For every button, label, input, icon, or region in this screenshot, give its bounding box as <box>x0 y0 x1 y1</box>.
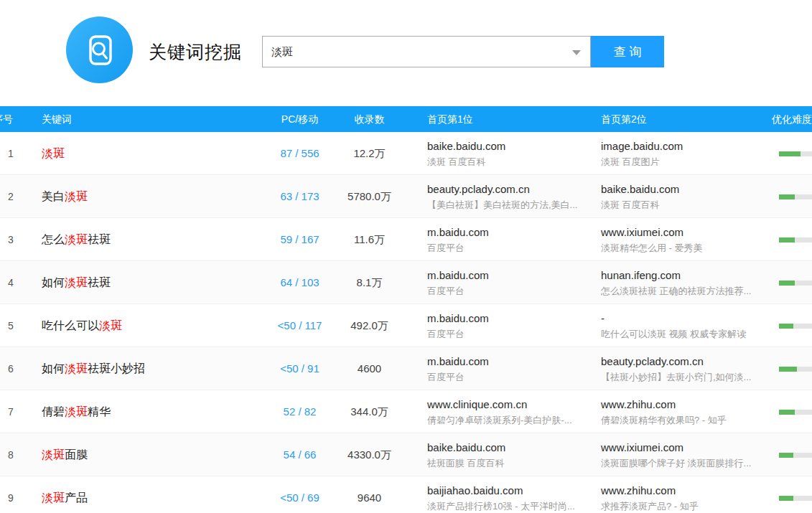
row-second-domain[interactable]: www.ixiumei.com <box>601 225 770 240</box>
row-seq: 7 <box>0 390 22 433</box>
difficulty-bar-fill <box>779 237 795 243</box>
row-pc-mobile[interactable]: <50 / 117 <box>262 304 337 347</box>
row-first-desc: 百度平台 <box>427 326 596 342</box>
row-difficulty <box>779 453 812 458</box>
row-second-domain[interactable]: baike.baidu.com <box>601 182 770 197</box>
row-second-desc: 【祛斑小妙招】去斑小窍门,如何淡... <box>601 370 770 385</box>
keyword-input[interactable] <box>263 37 590 67</box>
row-second-domain[interactable]: - <box>601 311 770 326</box>
row-second-position: www.ixiumei.com 淡斑面膜哪个牌子好 淡斑面膜排行... <box>601 440 770 471</box>
table-row: 8 淡斑面膜 54 / 66 4330.0万 baike.baidu.com 祛… <box>0 433 812 476</box>
row-keyword[interactable]: 如何淡斑祛斑小妙招 <box>42 347 145 390</box>
row-first-position: baike.baidu.com 淡斑 百度百科 <box>427 138 596 169</box>
row-keyword[interactable]: 怎么淡斑祛斑 <box>42 218 111 261</box>
keyword-highlight: 淡斑 <box>65 405 88 418</box>
difficulty-bar-fill <box>779 281 795 286</box>
row-first-domain[interactable]: m.baidu.com <box>427 311 596 326</box>
row-pc-mobile[interactable]: 87 / 556 <box>262 132 337 175</box>
row-difficulty <box>779 496 812 501</box>
row-second-domain[interactable]: www.zhihu.com <box>601 397 770 413</box>
row-difficulty <box>779 237 812 243</box>
row-first-domain[interactable]: www.clinique.com.cn <box>427 397 596 413</box>
keyword-highlight: 淡斑 <box>65 362 88 375</box>
row-keyword[interactable]: 倩碧淡斑精华 <box>42 390 111 433</box>
row-index-count: 5780.0万 <box>332 175 407 218</box>
difficulty-bar-track <box>779 496 812 501</box>
row-second-desc: 淡斑 百度百科 <box>601 197 770 212</box>
row-index-count: 8.1万 <box>332 261 407 304</box>
difficulty-bar-track <box>779 324 812 329</box>
row-second-position: www.zhihu.com 倩碧淡斑精华有效果吗? - 知乎 <box>601 397 770 428</box>
row-second-domain[interactable]: hunan.ifeng.com <box>601 268 770 283</box>
row-keyword[interactable]: 美白淡斑 <box>42 175 88 218</box>
row-second-position: hunan.ifeng.com 怎么淡斑祛斑 正确的祛斑方法推荐... <box>601 268 770 298</box>
row-second-desc: 淡斑 百度图片 <box>601 154 770 169</box>
table-row: 1 淡斑 87 / 556 12.2万 baike.baidu.com 淡斑 百… <box>0 132 812 175</box>
row-pc-mobile[interactable]: <50 / 91 <box>262 347 337 390</box>
keyword-highlight: 淡斑 <box>65 190 88 202</box>
row-first-domain[interactable]: baijiahao.baidu.com <box>427 483 596 499</box>
row-first-domain[interactable]: beauty.pclady.com.cn <box>427 182 596 197</box>
row-index-count: 12.2万 <box>332 132 407 175</box>
row-keyword[interactable]: 如何淡斑祛斑 <box>42 261 111 304</box>
row-second-desc: 倩碧淡斑精华有效果吗? - 知乎 <box>601 413 770 428</box>
difficulty-bar-fill <box>779 151 801 156</box>
row-seq: 5 <box>0 304 22 347</box>
app-logo <box>66 17 133 83</box>
row-pc-mobile[interactable]: <50 / 69 <box>262 476 337 513</box>
row-first-desc: 倩碧匀净卓研淡斑系列-美白护肤-... <box>427 413 596 428</box>
row-first-position: www.clinique.com.cn 倩碧匀净卓研淡斑系列-美白护肤-... <box>427 397 596 428</box>
row-seq: 6 <box>0 347 22 390</box>
col-first-pos: 首页第1位 <box>427 106 473 132</box>
col-difficulty: 优化难度 <box>772 106 812 132</box>
table-row: 4 如何淡斑祛斑 64 / 103 8.1万 m.baidu.com 百度平台 … <box>0 261 812 304</box>
keyword-highlight: 淡斑 <box>65 276 88 288</box>
row-pc-mobile[interactable]: 64 / 103 <box>262 261 337 304</box>
chevron-down-icon[interactable] <box>572 50 581 55</box>
row-keyword[interactable]: 淡斑产品 <box>42 476 88 513</box>
row-seq: 3 <box>0 218 22 261</box>
row-index-count: 4330.0万 <box>332 433 407 476</box>
table-header: 序号 关键词 PC/移动 收录数 首页第1位 首页第2位 优化难度 <box>0 106 812 132</box>
row-first-domain[interactable]: m.baidu.com <box>427 268 596 283</box>
row-first-domain[interactable]: baike.baidu.com <box>427 138 596 154</box>
row-first-position: m.baidu.com 百度平台 <box>427 268 596 298</box>
row-second-domain[interactable]: www.zhihu.com <box>601 483 770 499</box>
row-second-domain[interactable]: image.baidu.com <box>601 138 770 154</box>
table-row: 5 吃什么可以淡斑 <50 / 117 492.0万 m.baidu.com 百… <box>0 304 812 347</box>
top-bar: 关键词挖掘 查 询 <box>0 0 812 106</box>
row-second-position: beauty.pclady.com.cn 【祛斑小妙招】去斑小窍门,如何淡... <box>601 354 770 385</box>
difficulty-bar-track <box>779 194 812 199</box>
keyword-highlight: 淡斑 <box>65 233 88 245</box>
row-first-position: beauty.pclady.com.cn 【美白祛斑】美白祛斑的方法,美白... <box>427 182 596 212</box>
row-keyword[interactable]: 淡斑面膜 <box>42 433 88 476</box>
row-second-position: baike.baidu.com 淡斑 百度百科 <box>601 182 770 212</box>
row-pc-mobile[interactable]: 52 / 82 <box>262 390 337 433</box>
row-second-desc: 淡斑面膜哪个牌子好 淡斑面膜排行... <box>601 456 770 471</box>
page-title: 关键词挖掘 <box>149 40 242 64</box>
row-difficulty <box>779 151 812 156</box>
row-second-domain[interactable]: www.ixiumei.com <box>601 440 770 456</box>
row-first-position: m.baidu.com 百度平台 <box>427 354 596 385</box>
difficulty-bar-fill <box>779 496 793 501</box>
row-first-domain[interactable]: baike.baidu.com <box>427 440 596 456</box>
keyword-combobox[interactable] <box>262 36 591 67</box>
row-first-domain[interactable]: m.baidu.com <box>427 225 596 240</box>
row-pc-mobile[interactable]: 54 / 66 <box>262 433 337 476</box>
row-first-desc: 淡斑产品排行榜10强 - 太平洋时尚... <box>427 499 596 513</box>
row-pc-mobile[interactable]: 59 / 167 <box>262 218 337 261</box>
table-row: 9 淡斑产品 <50 / 69 9640 baijiahao.baidu.com… <box>0 476 812 513</box>
row-keyword[interactable]: 吃什么可以淡斑 <box>42 304 122 347</box>
row-keyword[interactable]: 淡斑 <box>42 132 65 175</box>
row-first-domain[interactable]: m.baidu.com <box>427 354 596 370</box>
difficulty-bar-track <box>779 237 812 243</box>
query-button[interactable]: 查 询 <box>591 36 664 67</box>
row-second-domain[interactable]: beauty.pclady.com.cn <box>601 354 770 370</box>
row-first-desc: 百度平台 <box>427 370 596 385</box>
row-seq: 4 <box>0 261 22 304</box>
row-first-position: m.baidu.com 百度平台 <box>427 225 596 255</box>
row-index-count: 492.0万 <box>332 304 407 347</box>
keyword-highlight: 淡斑 <box>42 147 65 159</box>
row-pc-mobile[interactable]: 63 / 173 <box>262 175 337 218</box>
row-first-desc: 百度平台 <box>427 240 596 255</box>
